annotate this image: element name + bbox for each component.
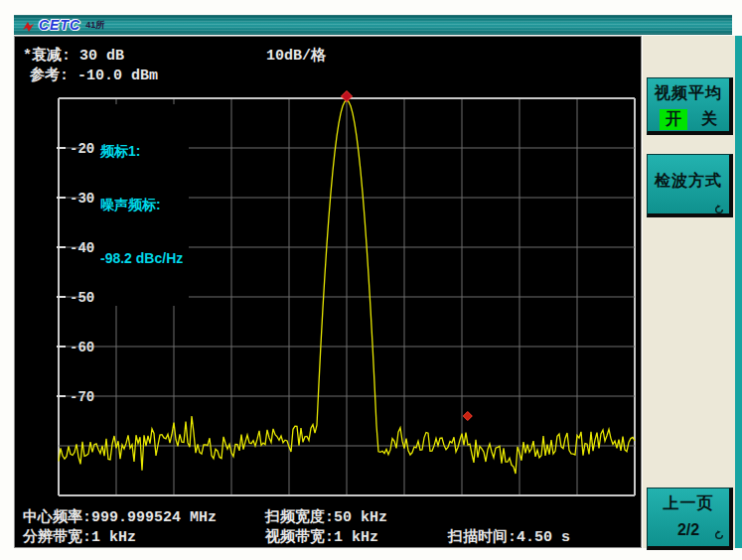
marker-type: 噪声频标: (100, 196, 183, 213)
video-average-off-option[interactable]: 关 (701, 109, 717, 130)
marker1-peak-diamond (342, 91, 353, 102)
brand-unit-text: 41所 (85, 19, 104, 32)
span-readout: 扫频宽度:50 kHz (265, 507, 387, 526)
video-average-label: 视频平均 (648, 83, 729, 104)
scale-per-div-readout: 10dB/格 (266, 46, 326, 65)
analyzer-window: CETC 41所 *衰减: 30 dB 10dB/格 参考: -10.0 dBm… (0, 0, 742, 560)
marker-title: 频标1: (100, 142, 183, 160)
page-cycle-icon (714, 526, 724, 536)
page-indicator: 2/2 (677, 521, 699, 538)
svg-text:-50: -50 (70, 290, 94, 306)
attenuation-readout: *衰减: 30 dB (23, 46, 124, 65)
display-screen: *衰减: 30 dB 10dB/格 参考: -10.0 dBm -20-30-4… (14, 36, 642, 548)
cycle-icon (714, 201, 724, 210)
cetc-logo-icon (22, 19, 35, 32)
softkey-previous-page[interactable]: 上一页 2/2 (647, 488, 733, 550)
vbw-readout: 视频带宽:1 kHz (265, 527, 378, 546)
marker-info-box: 频标1: 噪声频标: -98.2 dBc/Hz (94, 104, 189, 306)
rbw-readout: 分辨带宽:1 kHz (23, 527, 136, 546)
svg-text:-60: -60 (70, 340, 94, 355)
svg-text:-20: -20 (70, 141, 94, 157)
svg-text:-40: -40 (70, 240, 94, 256)
previous-page-label: 上一页 (648, 493, 729, 514)
noise-marker-diamond (463, 412, 472, 421)
sweep-time-readout: 扫描时间:4.50 s (448, 527, 570, 546)
panel-right-strip (735, 36, 742, 548)
detection-mode-label: 检波方式 (648, 171, 729, 192)
titlebar: CETC 41所 (14, 15, 732, 35)
marker-value: -98.2 dBc/Hz (100, 249, 183, 267)
center-freq-readout: 中心频率:999.999524 MHz (23, 507, 217, 526)
video-average-on-option[interactable]: 开 (660, 109, 687, 130)
softkey-video-average[interactable]: 视频平均 开 关 (647, 77, 733, 135)
svg-text:-30: -30 (70, 191, 94, 207)
softkey-detection-mode[interactable]: 检波方式 (647, 154, 733, 217)
brand-text: CETC (39, 17, 80, 33)
reference-level-readout: 参考: -10.0 dBm (30, 66, 158, 84)
svg-text:-70: -70 (70, 389, 94, 405)
